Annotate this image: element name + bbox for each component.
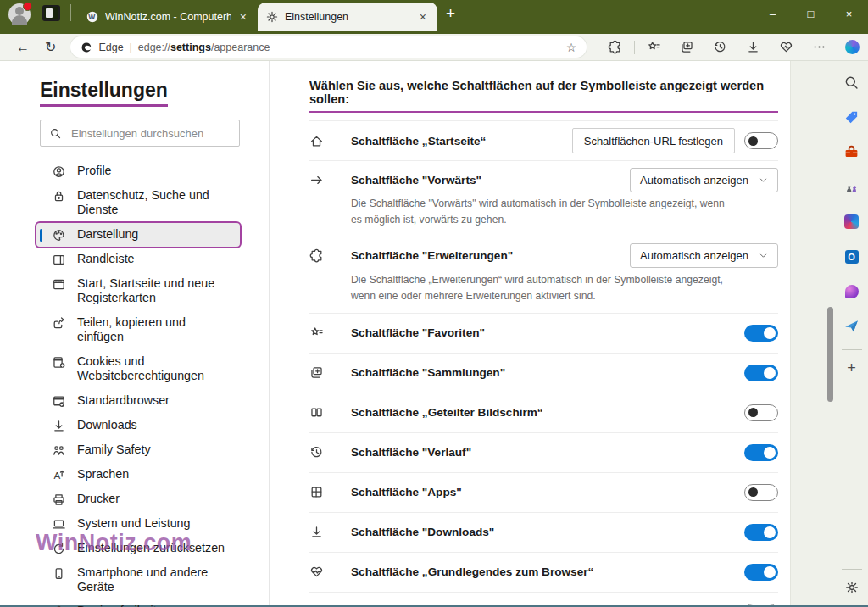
chevron-down-icon bbox=[759, 175, 768, 185]
extensions-icon[interactable] bbox=[608, 40, 622, 54]
sidebar-settings-gear-icon[interactable] bbox=[844, 580, 860, 595]
shopping-icon[interactable] bbox=[843, 109, 860, 125]
refresh-button[interactable]: ↻ bbox=[45, 41, 56, 54]
sidebar-item-family-safety[interactable]: Family Safety bbox=[36, 438, 240, 462]
toolbar-button-row-schaltfl-che-geteilter-bildschirm: Schaltfläche „Geteilter Bildschirm“ bbox=[309, 393, 778, 433]
back-button[interactable]: ← bbox=[16, 41, 30, 54]
toggle-schaltfl-che-sammlungen[interactable] bbox=[744, 365, 778, 381]
favorite-this-page-icon[interactable]: ☆ bbox=[566, 41, 577, 54]
collections-icon bbox=[309, 365, 324, 380]
copilot-icon[interactable] bbox=[845, 40, 860, 54]
toolbar-button-row-schaltfl-che-sammlungen: Schaltfläche "Sammlungen" bbox=[309, 354, 778, 393]
drop-icon[interactable] bbox=[843, 283, 860, 299]
sidebar-item-standardbrowser[interactable]: Standardbrowser bbox=[36, 389, 240, 413]
start-home-icon bbox=[52, 277, 66, 292]
sidebar-item-einstellungen-zur-cksetzen[interactable]: Einstellungen zurücksetzen bbox=[36, 537, 240, 560]
wordpress-icon: W bbox=[86, 10, 99, 24]
toggle-schaltfl-che-downloads[interactable] bbox=[744, 524, 778, 541]
sidebar-item-label: Datenschutz, Suche und Dienste bbox=[77, 188, 233, 218]
games-icon[interactable] bbox=[843, 179, 860, 195]
send-icon[interactable] bbox=[843, 318, 860, 334]
add-to-sidebar-button[interactable]: + bbox=[847, 360, 856, 376]
sidebar-pane-icon bbox=[52, 253, 66, 267]
search-icon[interactable] bbox=[843, 75, 860, 91]
browser-essentials-icon[interactable] bbox=[779, 40, 793, 54]
sidebar-item-drucker[interactable]: Drucker bbox=[36, 487, 240, 511]
browser-essentials-icon bbox=[309, 565, 324, 579]
collections-icon[interactable] bbox=[680, 40, 694, 54]
more-icon[interactable] bbox=[812, 40, 826, 54]
edge-logo-icon bbox=[81, 42, 92, 53]
toolbar-icons bbox=[598, 40, 868, 54]
tab-title: WinNotiz.com - Computerhilfe u bbox=[105, 11, 231, 23]
m365-icon[interactable] bbox=[843, 214, 860, 230]
downloads-icon[interactable] bbox=[746, 40, 760, 54]
sidebar-item-teilen-kopieren-und-einf-gen[interactable]: Teilen, kopieren und einfügen bbox=[36, 311, 240, 349]
minimize-button[interactable]: – bbox=[754, 0, 792, 27]
tab-winnotiz[interactable]: W WinNotiz.com - Computerhilfe u × bbox=[78, 3, 258, 31]
profile-avatar[interactable] bbox=[8, 3, 31, 25]
maximize-button[interactable]: □ bbox=[792, 0, 830, 27]
section-heading: Wählen Sie aus, welche Schaltflächen auf… bbox=[309, 79, 778, 113]
privacy-icon bbox=[52, 189, 66, 203]
sidebar-item-cookies-und-websiteberechtigungen[interactable]: Cookies und Websiteberechtigungen bbox=[36, 350, 240, 388]
sidebar-item-label: Sprachen bbox=[77, 467, 129, 482]
settings-search[interactable] bbox=[40, 120, 240, 147]
close-button[interactable]: × bbox=[830, 0, 868, 27]
workspaces-icon[interactable] bbox=[42, 5, 60, 21]
toggle-schaltfl-che-startseite[interactable] bbox=[744, 132, 778, 149]
reset-icon bbox=[52, 542, 66, 556]
toolbar-button-row-schaltfl-che-startseite: Schaltfläche „Startseite“Schaltflächen-U… bbox=[309, 121, 778, 161]
notification-dot bbox=[23, 2, 32, 11]
languages-icon: A bbox=[52, 468, 66, 482]
sidebar-item-label: Start, Startseite und neue Registerkarte… bbox=[77, 276, 233, 306]
home-icon bbox=[309, 134, 324, 148]
set-button-url-button[interactable]: Schaltflächen-URL festlegen bbox=[572, 128, 735, 153]
toggle-schaltfl-che-grundlegendes-zum-browser[interactable] bbox=[744, 564, 778, 581]
sidebar-item-label: Einstellungen zurücksetzen bbox=[77, 541, 225, 555]
sidebar-item-system-und-leistung[interactable]: System und Leistung bbox=[36, 512, 240, 536]
downloads-icon bbox=[309, 525, 324, 539]
new-tab-button[interactable]: + bbox=[446, 5, 455, 21]
cookies-icon bbox=[52, 355, 66, 370]
tab-close-icon[interactable]: × bbox=[416, 10, 430, 24]
toggle-schaltfl-che-internet-explorer-modus-ie-modus[interactable] bbox=[744, 604, 778, 605]
tab-strip-divider bbox=[70, 4, 71, 21]
scrollbar-track[interactable] bbox=[790, 61, 835, 605]
toggle-schaltfl-che-apps[interactable] bbox=[744, 484, 778, 501]
outlook-icon[interactable]: O bbox=[843, 248, 860, 265]
tab-strip: W WinNotiz.com - Computerhilfe u × Einst… bbox=[0, 0, 868, 34]
dropdown-value: Automatisch anzeigen bbox=[640, 249, 748, 262]
page-title: Einstellungen bbox=[40, 79, 168, 107]
sidebar-item-randleiste[interactable]: Randleiste bbox=[36, 248, 240, 271]
favorites-bar-icon[interactable] bbox=[647, 40, 661, 54]
history-icon bbox=[309, 445, 324, 459]
toolbar-button-row-schaltfl-che-erweiterungen: Schaltfläche "Erweiterungen"Automatisch … bbox=[309, 237, 778, 314]
row-label: Schaltfläche "Sammlungen" bbox=[351, 366, 505, 379]
toggle-schaltfl-che-geteilter-bildschirm[interactable] bbox=[744, 404, 778, 421]
history-icon[interactable] bbox=[713, 40, 727, 54]
tab-settings[interactable]: Einstellungen × bbox=[258, 3, 437, 31]
tab-close-icon[interactable]: × bbox=[236, 10, 250, 24]
toggle-schaltfl-che-verlauf[interactable] bbox=[744, 444, 778, 461]
row-label: Schaltfläche „Geteilter Bildschirm“ bbox=[351, 406, 543, 419]
address-bar[interactable]: Edge | edge://settings/appearance ☆ bbox=[70, 36, 587, 58]
search-input[interactable] bbox=[70, 126, 231, 141]
rail-divider bbox=[842, 349, 862, 350]
sidebar-item-datenschutz-suche-und-dienste[interactable]: Datenschutz, Suche und Dienste bbox=[36, 184, 240, 222]
toggle-schaltfl-che-favoriten[interactable] bbox=[744, 325, 778, 342]
toolbox-icon[interactable] bbox=[843, 144, 860, 160]
sidebar-item-darstellung[interactable]: Darstellung bbox=[36, 223, 240, 247]
sidebar-item-profile[interactable]: Profile bbox=[36, 159, 240, 183]
dropdown-schaltfl-che-vorw-rts[interactable]: Automatisch anzeigen bbox=[630, 168, 778, 192]
sidebar-item-barrierefreiheit[interactable]: Barrierefreiheit bbox=[36, 599, 240, 607]
sidebar-item-start-startseite-und-neue-registerkarten[interactable]: Start, Startseite und neue Registerkarte… bbox=[36, 272, 240, 310]
scrollbar-thumb[interactable] bbox=[827, 307, 833, 402]
dropdown-schaltfl-che-erweiterungen[interactable]: Automatisch anzeigen bbox=[630, 243, 778, 268]
toolbar-divider bbox=[634, 41, 635, 54]
row-label: Schaltfläche "Vorwärts" bbox=[351, 174, 481, 187]
sidebar-item-smartphone-und-andere-ger-te[interactable]: Smartphone und andere Geräte bbox=[36, 561, 240, 599]
avatar-body-icon bbox=[12, 15, 27, 25]
sidebar-item-downloads[interactable]: Downloads bbox=[36, 414, 240, 437]
sidebar-item-sprachen[interactable]: ASprachen bbox=[36, 463, 240, 487]
